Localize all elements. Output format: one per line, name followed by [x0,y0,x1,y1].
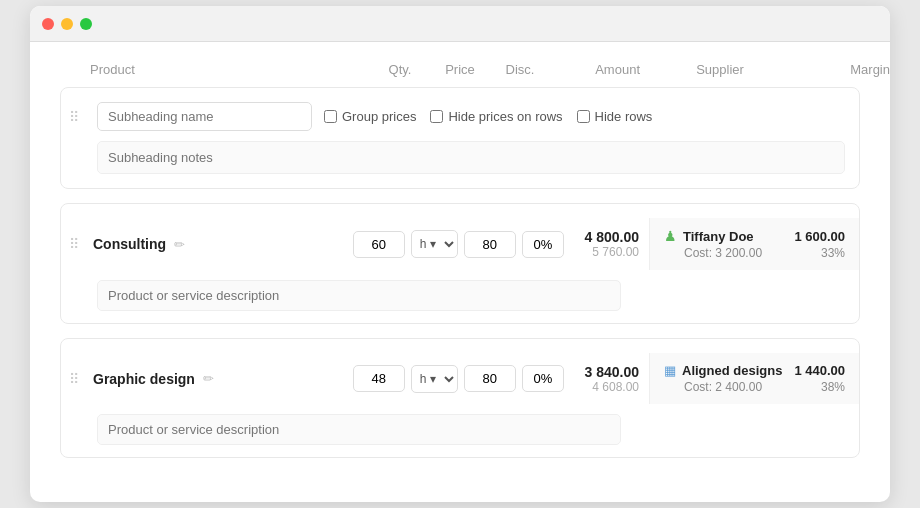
close-dot[interactable] [42,18,54,30]
supplier-block-graphic-design: ▦ Aligned designs 1 440.00 Cost: 2 400.0… [649,353,859,404]
table-header: Product Qty. Price Disc. Amount Supplier… [60,62,860,87]
product-name-graphic-design: Graphic design [93,371,195,387]
supplier-grid-icon-graphic-design: ▦ [664,363,676,378]
header-product: Product [90,62,370,77]
supplier-cost-row-consulting: Cost: 3 200.00 33% [664,246,845,260]
hide-rows-checkbox[interactable] [577,110,590,123]
product-row-consulting: ⠿ Consulting ✏ h ▾ d u 4 800.00 5 [60,203,860,324]
amount-main-consulting: 4 800.00 [564,229,639,245]
hide-prices-label[interactable]: Hide prices on rows [430,109,562,124]
desc-row-consulting [61,280,859,323]
supplier-margin-graphic-design: 1 440.00 [794,363,845,378]
drag-handle-consulting[interactable]: ⠿ [69,236,85,252]
header-price: Price [430,62,490,77]
subheading-row: ⠿ Group prices Hide prices on rows Hide … [69,102,845,131]
subheading-name-input[interactable] [97,102,312,131]
amount-sub-graphic-design: 4 608.00 [564,380,639,394]
group-prices-label[interactable]: Group prices [324,109,416,124]
qty-input-consulting[interactable] [353,231,405,258]
amount-block-consulting: 4 800.00 5 760.00 [564,229,649,259]
edit-icon-consulting[interactable]: ✏ [174,237,185,252]
supplier-row-consulting: ♟ Tiffany Doe 1 600.00 [664,228,845,244]
title-bar [30,6,890,42]
subheading-section: ⠿ Group prices Hide prices on rows Hide … [60,87,860,189]
main-window: Product Qty. Price Disc. Amount Supplier… [30,6,890,502]
product-main-consulting: ⠿ Consulting ✏ h ▾ d u 4 800.00 5 [61,204,859,280]
maximize-dot[interactable] [80,18,92,30]
product-fields-graphic-design: h ▾ d u [353,365,564,393]
product-name-consulting: Consulting [93,236,166,252]
checkbox-group: Group prices Hide prices on rows Hide ro… [324,109,652,124]
supplier-row-graphic-design: ▦ Aligned designs 1 440.00 [664,363,845,378]
minimize-dot[interactable] [61,18,73,30]
supplier-person-icon-consulting: ♟ [664,228,677,244]
product-fields-consulting: h ▾ d u [353,230,564,258]
desc-input-graphic-design[interactable] [97,414,621,445]
product-left-consulting: ⠿ Consulting ✏ [61,236,353,252]
product-left-graphic-design: ⠿ Graphic design ✏ [61,371,353,387]
supplier-pct-consulting: 33% [821,246,845,260]
disc-input-consulting[interactable] [522,231,564,258]
qty-input-graphic-design[interactable] [353,365,405,392]
header-margin: Margin [800,62,890,77]
hide-prices-checkbox[interactable] [430,110,443,123]
unit-select-graphic-design[interactable]: h ▾ d u [411,365,458,393]
header-amount: Amount [550,62,640,77]
supplier-cost-graphic-design: Cost: 2 400.00 [664,380,762,394]
subheading-notes-input[interactable] [97,141,845,174]
desc-row-graphic-design [61,414,859,457]
content-area: Product Qty. Price Disc. Amount Supplier… [30,42,890,502]
supplier-block-consulting: ♟ Tiffany Doe 1 600.00 Cost: 3 200.00 33… [649,218,859,270]
supplier-pct-graphic-design: 38% [821,380,845,394]
amount-main-graphic-design: 3 840.00 [564,364,639,380]
disc-input-graphic-design[interactable] [522,365,564,392]
unit-select-consulting[interactable]: h ▾ d u [411,230,458,258]
supplier-cost-row-graphic-design: Cost: 2 400.00 38% [664,380,845,394]
header-supplier: Supplier [640,62,800,77]
drag-handle-graphic-design[interactable]: ⠿ [69,371,85,387]
edit-icon-graphic-design[interactable]: ✏ [203,371,214,386]
hide-rows-label[interactable]: Hide rows [577,109,653,124]
supplier-cost-consulting: Cost: 3 200.00 [664,246,762,260]
header-disc: Disc. [490,62,550,77]
supplier-margin-consulting: 1 600.00 [794,229,845,244]
drag-handle-subheading[interactable]: ⠿ [69,109,85,125]
supplier-name-consulting: Tiffany Doe [683,229,788,244]
amount-block-graphic-design: 3 840.00 4 608.00 [564,364,649,394]
product-row-graphic-design: ⠿ Graphic design ✏ h ▾ d u 3 840.00 [60,338,860,458]
price-input-graphic-design[interactable] [464,365,516,392]
group-prices-checkbox[interactable] [324,110,337,123]
desc-input-consulting[interactable] [97,280,621,311]
product-main-graphic-design: ⠿ Graphic design ✏ h ▾ d u 3 840.00 [61,339,859,414]
price-input-consulting[interactable] [464,231,516,258]
amount-sub-consulting: 5 760.00 [564,245,639,259]
header-qty: Qty. [370,62,430,77]
supplier-name-graphic-design: Aligned designs [682,363,788,378]
